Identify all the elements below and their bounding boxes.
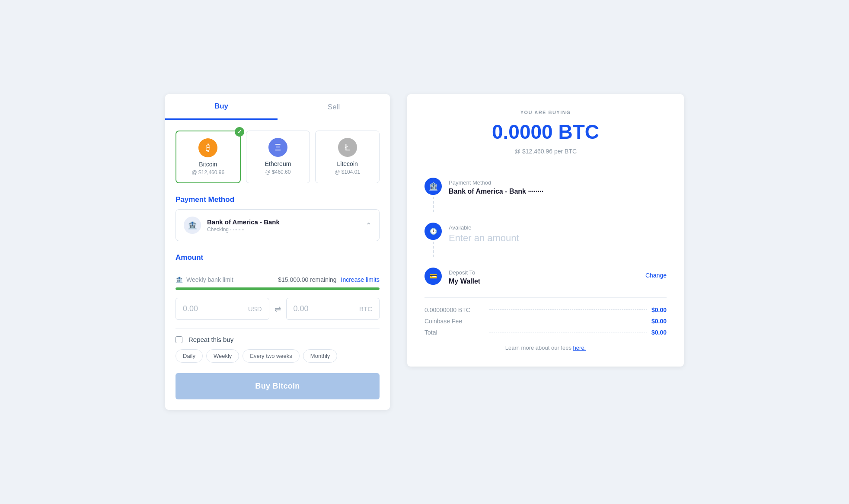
amount-section: 🏦 Weekly bank limit $15,000.00 remaining… bbox=[176, 276, 380, 320]
crypto-cards: ✓ ₿ Bitcoin @ $12,460.96 Ξ Ethereum @ $4… bbox=[176, 131, 380, 183]
repeat-checkbox[interactable] bbox=[176, 336, 182, 343]
ethereum-icon: Ξ bbox=[268, 138, 287, 157]
usd-input-box[interactable]: 0.00 USD bbox=[176, 298, 269, 320]
receipt-available-text: Available Enter an amount bbox=[449, 223, 667, 244]
total-btc-label: 0.00000000 BTC bbox=[424, 306, 485, 313]
selected-checkmark: ✓ bbox=[235, 127, 244, 137]
right-panel: YOU ARE BUYING 0.0000 BTC @ $12,460.96 p… bbox=[407, 94, 684, 367]
bank-icon: 🏦 bbox=[184, 217, 201, 234]
swap-icon[interactable]: ⇌ bbox=[274, 304, 281, 314]
receipt-payment-label: Payment Method bbox=[449, 179, 667, 186]
page-container: Buy Sell ✓ ₿ Bitcoin @ $12,460.96 Ξ Ethe… bbox=[165, 94, 684, 410]
btc-amount-display: 0.0000 BTC bbox=[424, 120, 667, 144]
receipt-clock-icon: 🕐 bbox=[424, 223, 442, 240]
deposit-info: Deposit To My Wallet bbox=[449, 269, 480, 285]
payment-section-label: Payment Method bbox=[176, 195, 380, 204]
chevron-icon: ⌃ bbox=[366, 221, 371, 230]
crypto-card-bitcoin[interactable]: ✓ ₿ Bitcoin @ $12,460.96 bbox=[176, 131, 241, 183]
repeat-daily[interactable]: Daily bbox=[176, 349, 203, 363]
total-row-total: Total $0.00 bbox=[424, 329, 667, 336]
total-row-btc: 0.00000000 BTC $0.00 bbox=[424, 306, 667, 313]
receipt-payment-icon-col: 🏦 bbox=[424, 178, 442, 212]
progress-bar bbox=[176, 287, 380, 290]
amount-section-label: Amount bbox=[176, 253, 380, 262]
btc-input-box[interactable]: 0.00 BTC bbox=[286, 298, 380, 320]
usd-currency: USD bbox=[248, 305, 262, 313]
total-dots-2 bbox=[489, 321, 647, 321]
deposit-change-link[interactable]: Change bbox=[645, 272, 667, 279]
ethereum-price: @ $460.60 bbox=[253, 169, 303, 175]
buy-bitcoin-button[interactable]: Buy Bitcoin bbox=[176, 373, 380, 399]
total-btc-value: $0.00 bbox=[651, 306, 667, 313]
usd-value: 0.00 bbox=[183, 304, 198, 313]
you-are-buying-label: YOU ARE BUYING bbox=[424, 110, 667, 115]
amount-inputs: 0.00 USD ⇌ 0.00 BTC bbox=[176, 298, 380, 320]
total-fee-value: $0.00 bbox=[651, 318, 667, 325]
dashed-line-1 bbox=[433, 197, 434, 212]
receipt-deposit-icon-col: 💳 bbox=[424, 268, 442, 285]
left-panel: Buy Sell ✓ ₿ Bitcoin @ $12,460.96 Ξ Ethe… bbox=[165, 94, 390, 410]
receipt-wallet-icon: 💳 bbox=[424, 268, 442, 285]
receipt-available-icon-col: 🕐 bbox=[424, 223, 442, 257]
total-fee-label: Coinbase Fee bbox=[424, 318, 485, 325]
bank-icon-small: 🏦 bbox=[176, 276, 183, 283]
receipt-available-placeholder: Enter an amount bbox=[449, 233, 667, 244]
bitcoin-icon: ₿ bbox=[198, 138, 217, 157]
limit-row: 🏦 Weekly bank limit $15,000.00 remaining… bbox=[176, 276, 380, 283]
limit-label: Weekly bank limit bbox=[186, 276, 233, 283]
bank-account-type: Checking · ········ bbox=[207, 226, 280, 233]
repeat-label: Repeat this buy bbox=[188, 336, 233, 343]
limit-left: 🏦 Weekly bank limit bbox=[176, 276, 233, 283]
payment-method-selector[interactable]: 🏦 Bank of America - Bank Checking · ····… bbox=[176, 209, 380, 241]
receipt-payment-method: 🏦 Payment Method Bank of America - Bank … bbox=[424, 178, 667, 212]
learn-more-text: Learn more about our fees bbox=[505, 345, 571, 351]
deposit-header: Deposit To My Wallet Change bbox=[449, 269, 667, 285]
btc-value: 0.00 bbox=[294, 304, 309, 313]
repeat-buy-row: Repeat this buy Daily Weekly Every two w… bbox=[176, 336, 380, 363]
litecoin-name: Litecoin bbox=[322, 160, 372, 167]
limit-remaining: $15,000.00 remaining bbox=[278, 276, 336, 283]
progress-fill bbox=[176, 287, 380, 290]
receipt-deposit: 💳 Deposit To My Wallet Change bbox=[424, 268, 667, 285]
total-row-fee: Coinbase Fee $0.00 bbox=[424, 318, 667, 325]
deposit-value: My Wallet bbox=[449, 278, 480, 285]
receipt-payment-text: Payment Method Bank of America - Bank ··… bbox=[449, 178, 667, 195]
deposit-label: Deposit To bbox=[449, 269, 480, 276]
dashed-line-2 bbox=[433, 242, 434, 257]
receipt-available: 🕐 Available Enter an amount bbox=[424, 223, 667, 257]
you-are-buying: YOU ARE BUYING 0.0000 BTC @ $12,460.96 p… bbox=[424, 110, 667, 155]
receipt-bank-icon: 🏦 bbox=[424, 178, 442, 195]
bitcoin-price: @ $12,460.96 bbox=[183, 169, 233, 175]
learn-more: Learn more about our fees here. bbox=[424, 345, 667, 351]
left-content: ✓ ₿ Bitcoin @ $12,460.96 Ξ Ethereum @ $4… bbox=[165, 120, 390, 410]
total-dots-1 bbox=[489, 309, 647, 310]
litecoin-price: @ $104.01 bbox=[322, 169, 372, 175]
repeat-weekly[interactable]: Weekly bbox=[206, 349, 239, 363]
receipt-available-label: Available bbox=[449, 224, 667, 231]
receipt-payment-value: Bank of America - Bank ········ bbox=[449, 188, 667, 195]
ethereum-name: Ethereum bbox=[253, 160, 303, 167]
tab-row: Buy Sell bbox=[165, 94, 390, 120]
bank-name: Bank of America - Bank bbox=[207, 218, 280, 226]
learn-more-link[interactable]: here. bbox=[573, 345, 586, 351]
btc-price-display: @ $12,460.96 per BTC bbox=[424, 148, 667, 155]
total-dots-3 bbox=[489, 332, 647, 332]
tab-sell[interactable]: Sell bbox=[278, 94, 390, 120]
litecoin-icon: Ł bbox=[338, 138, 357, 157]
repeat-monthly[interactable]: Monthly bbox=[303, 349, 338, 363]
btc-currency: BTC bbox=[359, 305, 372, 313]
totals-section: 0.00000000 BTC $0.00 Coinbase Fee $0.00 … bbox=[424, 297, 667, 336]
crypto-card-litecoin[interactable]: Ł Litecoin @ $104.01 bbox=[315, 131, 380, 183]
limit-right: $15,000.00 remaining Increase limits bbox=[278, 276, 380, 283]
receipt-deposit-text: Deposit To My Wallet Change bbox=[449, 268, 667, 285]
bitcoin-name: Bitcoin bbox=[183, 161, 233, 168]
payment-method-left: 🏦 Bank of America - Bank Checking · ····… bbox=[184, 217, 280, 234]
repeat-two-weeks[interactable]: Every two weeks bbox=[243, 349, 300, 363]
payment-method-info: Bank of America - Bank Checking · ······… bbox=[207, 218, 280, 233]
tab-buy[interactable]: Buy bbox=[165, 94, 278, 120]
crypto-card-ethereum[interactable]: Ξ Ethereum @ $460.60 bbox=[246, 131, 310, 183]
increase-limits-link[interactable]: Increase limits bbox=[341, 276, 380, 283]
total-label: Total bbox=[424, 329, 485, 336]
repeat-options: Daily Weekly Every two weeks Monthly bbox=[176, 349, 337, 363]
total-value: $0.00 bbox=[651, 329, 667, 336]
